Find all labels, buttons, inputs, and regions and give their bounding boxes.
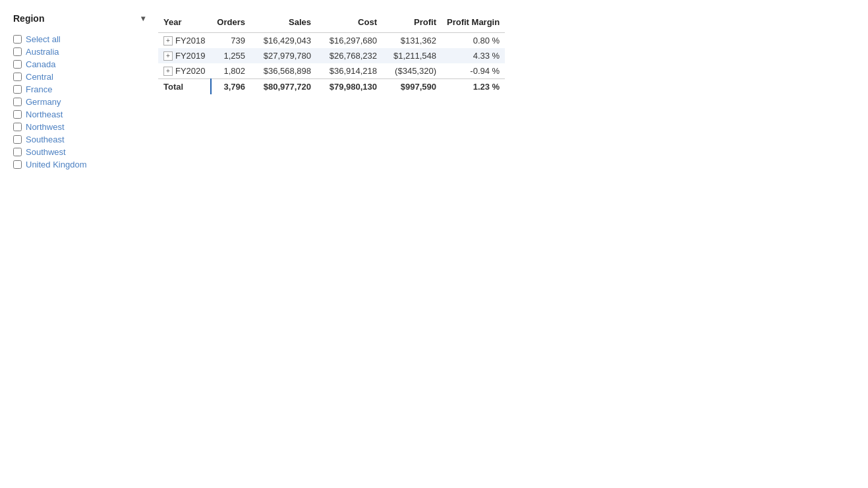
filter-item-australia[interactable]: Australia (13, 46, 145, 58)
total-profit-margin: 1.23 % (442, 79, 505, 95)
fy-label-fy2019: FY2019 (175, 51, 206, 61)
main-content-area: Year Orders Sales Cost Profit (158, 13, 855, 171)
profit-margin-fy2020: -0.94 % (442, 63, 505, 79)
total-sales: $80,977,720 (250, 79, 316, 95)
filter-label-united-kingdom: United Kingdom (26, 160, 87, 169)
filter-item-southeast[interactable]: Southeast (13, 133, 145, 146)
profit-fy2020: ($345,320) (382, 63, 442, 79)
year-cell-fy2019: +FY2019 (158, 48, 211, 63)
filter-label-southwest: Southwest (26, 147, 66, 157)
filter-item-northwest[interactable]: Northwest (13, 121, 145, 133)
checkbox-australia[interactable] (13, 47, 22, 56)
filter-label-germany: Germany (26, 97, 61, 107)
filter-label-southeast: Southeast (26, 135, 65, 144)
filter-item-germany[interactable]: Germany (13, 96, 145, 108)
sales-fy2018: $16,429,043 (250, 33, 316, 49)
profit-fy2018: $131,362 (382, 33, 442, 49)
col-header-sales: Sales (250, 13, 316, 33)
checkbox-northwest[interactable] (13, 123, 22, 131)
total-cost: $79,980,130 (316, 79, 382, 95)
filter-item-united-kingdom[interactable]: United Kingdom (13, 158, 145, 171)
orders-fy2020: 1,802 (211, 63, 250, 79)
profit-margin-fy2019: 4.33 % (442, 48, 505, 63)
profit-fy2019: $1,211,548 (382, 48, 442, 63)
checkbox-select-all[interactable] (13, 35, 22, 44)
table-body: +FY2018739$16,429,043$16,297,680$131,362… (158, 33, 505, 95)
expand-btn-fy2019[interactable]: + (163, 51, 173, 61)
checkbox-southeast[interactable] (13, 135, 22, 144)
filter-label-central: Central (26, 72, 53, 82)
col-header-orders: Orders (211, 13, 250, 33)
filter-item-northeast[interactable]: Northeast (13, 108, 145, 121)
filter-label-canada: Canada (26, 59, 56, 69)
orders-fy2018: 739 (211, 33, 250, 49)
filter-items-list: Select allAustraliaCanadaCentralFranceGe… (13, 33, 145, 171)
col-header-year: Year (158, 13, 211, 33)
sales-fy2020: $36,568,898 (250, 63, 316, 79)
profit-margin-fy2018: 0.80 % (442, 33, 505, 49)
checkbox-central[interactable] (13, 73, 22, 81)
col-header-cost: Cost (316, 13, 382, 33)
region-filter-header: Region ▾ (13, 13, 145, 26)
filter-label-france: France (26, 84, 52, 94)
total-profit: $997,590 (382, 79, 442, 95)
col-header-profit-margin: Profit Margin (442, 13, 505, 33)
table-row: +FY20201,802$36,568,898$36,914,218($345,… (158, 63, 505, 79)
total-orders: 3,796 (211, 79, 250, 95)
year-cell-fy2018: +FY2018 (158, 33, 211, 49)
sales-fy2019: $27,979,780 (250, 48, 316, 63)
filter-item-canada[interactable]: Canada (13, 58, 145, 71)
checkbox-germany[interactable] (13, 98, 22, 106)
checkbox-united-kingdom[interactable] (13, 160, 22, 169)
fy-label-fy2020: FY2020 (175, 66, 206, 76)
filter-item-southwest[interactable]: Southwest (13, 146, 145, 158)
region-filter-panel: Region ▾ Select allAustraliaCanadaCentra… (13, 13, 145, 171)
checkbox-northeast[interactable] (13, 110, 22, 119)
chevron-down-icon[interactable]: ▾ (141, 14, 145, 23)
col-header-profit: Profit (382, 13, 442, 33)
checkbox-southwest[interactable] (13, 148, 22, 156)
cost-fy2020: $36,914,218 (316, 63, 382, 79)
expand-btn-fy2018[interactable]: + (163, 36, 173, 46)
cost-fy2018: $16,297,680 (316, 33, 382, 49)
expand-btn-fy2020[interactable]: + (163, 67, 173, 76)
orders-fy2019: 1,255 (211, 48, 250, 63)
filter-label-select-all: Select all (26, 34, 61, 44)
region-label: Region (13, 13, 44, 24)
filter-label-australia: Australia (26, 47, 59, 57)
filter-item-france[interactable]: France (13, 83, 145, 96)
total-label: Total (158, 79, 211, 95)
data-table: Year Orders Sales Cost Profit (158, 13, 505, 94)
filter-label-northwest: Northwest (26, 122, 65, 132)
table-row: +FY20191,255$27,979,780$26,768,232$1,211… (158, 48, 505, 63)
filter-item-select-all[interactable]: Select all (13, 33, 145, 46)
table-row-total: Total3,796$80,977,720$79,980,130$997,590… (158, 79, 505, 95)
table-header-row: Year Orders Sales Cost Profit (158, 13, 505, 33)
cost-fy2019: $26,768,232 (316, 48, 382, 63)
checkbox-canada[interactable] (13, 60, 22, 69)
year-cell-fy2020: +FY2020 (158, 63, 211, 79)
filter-label-northeast: Northeast (26, 109, 63, 119)
filter-item-central[interactable]: Central (13, 71, 145, 83)
table-row: +FY2018739$16,429,043$16,297,680$131,362… (158, 33, 505, 49)
fy-label-fy2018: FY2018 (175, 36, 206, 46)
checkbox-france[interactable] (13, 85, 22, 94)
